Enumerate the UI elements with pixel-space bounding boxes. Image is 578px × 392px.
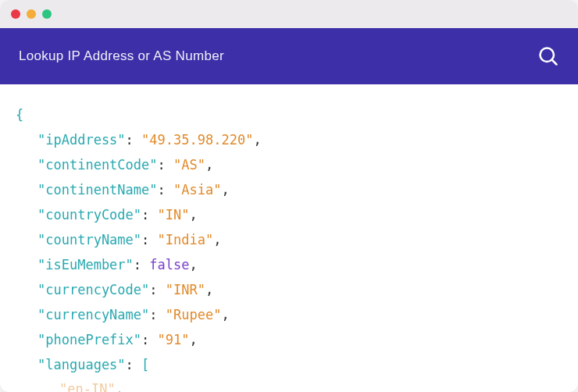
json-output: {"ipAddress": "49.35.98.220","continentC… bbox=[0, 84, 578, 392]
json-value: "IN" bbox=[158, 207, 190, 223]
json-value: "INR" bbox=[166, 282, 205, 298]
json-key: "continentCode" bbox=[37, 157, 158, 173]
json-value: "AS" bbox=[173, 157, 205, 173]
json-key: "countryCode" bbox=[37, 207, 141, 223]
json-key: "currencyCode" bbox=[37, 282, 149, 298]
json-key: "currencyName" bbox=[37, 307, 149, 323]
close-icon[interactable] bbox=[11, 9, 20, 19]
json-value: false bbox=[149, 257, 189, 273]
search-input[interactable] bbox=[19, 48, 537, 64]
maximize-icon[interactable] bbox=[42, 9, 52, 19]
window-titlebar bbox=[0, 0, 578, 28]
search-icon[interactable] bbox=[537, 45, 559, 67]
json-value: "91" bbox=[158, 332, 190, 347]
search-bar bbox=[0, 28, 578, 84]
json-value: "Asia" bbox=[173, 182, 221, 198]
json-value: "en-IN" bbox=[59, 381, 116, 392]
json-value: "Rupee" bbox=[166, 307, 222, 323]
svg-line-1 bbox=[552, 60, 557, 65]
json-key: "countryName" bbox=[37, 232, 141, 248]
json-key: "continentName" bbox=[37, 182, 158, 198]
json-value: "India" bbox=[158, 232, 214, 248]
json-key: "ipAddress" bbox=[37, 132, 126, 148]
json-key: "isEuMember" bbox=[37, 257, 134, 273]
json-key: "phonePrefix" bbox=[37, 332, 141, 347]
minimize-icon[interactable] bbox=[27, 9, 36, 19]
json-value: "49.35.98.220" bbox=[141, 132, 253, 148]
app-window: {"ipAddress": "49.35.98.220","continentC… bbox=[0, 0, 578, 392]
json-key: "languages" bbox=[37, 357, 126, 372]
open-bracket: [ bbox=[141, 357, 149, 372]
open-brace: { bbox=[16, 107, 23, 123]
